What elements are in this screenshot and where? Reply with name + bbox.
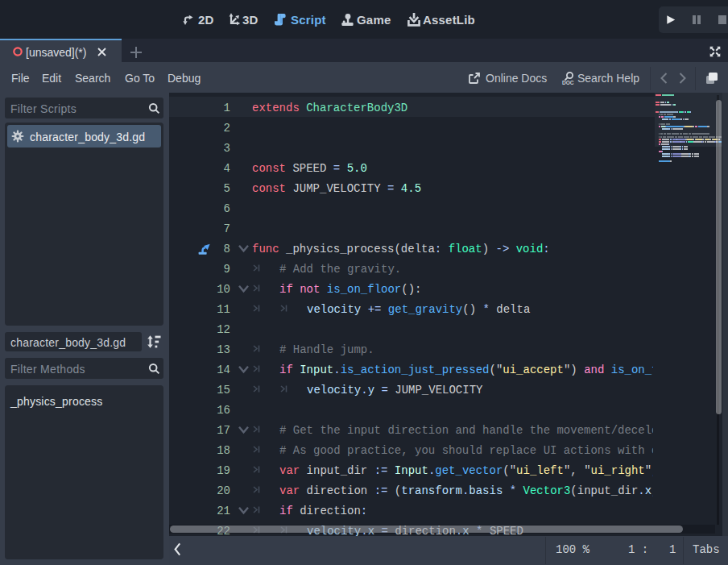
svg-text:DOC: DOC xyxy=(562,80,574,85)
